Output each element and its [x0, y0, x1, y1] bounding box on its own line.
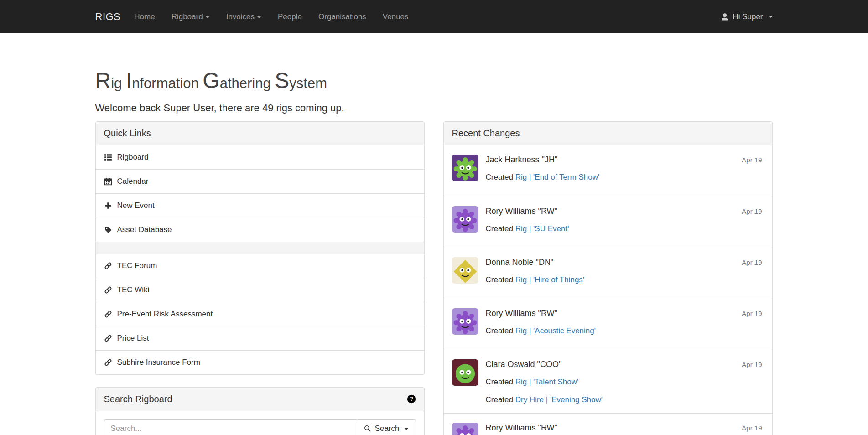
change-link[interactable]: Dry Hire | 'Evening Show'	[515, 395, 603, 404]
nav-link[interactable]: Venues	[374, 0, 417, 33]
search-icon	[364, 425, 371, 432]
nav-item: People	[270, 0, 310, 33]
avatar	[452, 359, 478, 386]
help-icon[interactable]: ?	[407, 394, 416, 404]
change-action: Created	[486, 275, 515, 284]
change-line: Created Dry Hire | 'Evening Show'	[486, 395, 762, 405]
chevron-down-icon	[257, 16, 261, 18]
link-icon	[104, 334, 112, 342]
change-action: Created	[486, 173, 515, 181]
link-icon	[104, 286, 112, 294]
change-action: Created	[486, 378, 515, 386]
quick-link-external[interactable]: Pre-Event Risk Assessment	[96, 302, 424, 326]
change-date: Apr 19	[742, 310, 762, 317]
change-line: Created Rig | 'SU Event'	[486, 224, 762, 234]
quick-link-asset-database[interactable]: Asset Database	[96, 218, 424, 242]
nav-link[interactable]: Organisations	[310, 0, 374, 33]
search-button-label: Search	[375, 424, 400, 433]
person-name: Rory Williams "RW"	[486, 206, 557, 216]
svg-text:?: ?	[410, 396, 413, 403]
recent-change-item: Jack Harkness "JH" Apr 19 Created Rig | …	[444, 145, 772, 197]
chevron-down-icon	[205, 16, 210, 18]
quick-links-list: Rigboard Calend	[96, 145, 424, 374]
avatar	[452, 308, 478, 335]
link-icon	[104, 310, 112, 318]
page-title: Rig Information Gathering System	[95, 69, 773, 93]
change-date: Apr 19	[742, 156, 762, 164]
change-link[interactable]: Rig | 'Talent Show'	[515, 378, 578, 386]
list-icon	[104, 153, 112, 161]
recent-changes-list: Jack Harkness "JH" Apr 19 Created Rig | …	[444, 145, 772, 435]
nav-item: Invoices	[218, 0, 270, 33]
change-link[interactable]: Rig | 'Acoustic Evening'	[515, 326, 596, 335]
nav-link[interactable]: Rigboard	[163, 0, 218, 33]
recent-changes-panel: Recent Changes	[443, 121, 773, 435]
quick-links-panel: Quick Links Rigboard	[95, 121, 425, 375]
nav-link[interactable]: Invoices	[218, 0, 270, 33]
recent-change-item: Rory Williams "RW" Apr 19 Created Rig | …	[444, 299, 772, 350]
person-name: Rory Williams "RW"	[486, 308, 557, 318]
change-date: Apr 19	[742, 361, 762, 368]
avatar	[452, 257, 478, 284]
quick-link-new-event[interactable]: New Event	[96, 193, 424, 218]
nav-item: Home	[126, 0, 163, 33]
person-name: Jack Harkness "JH"	[486, 155, 558, 165]
nav-link[interactable]: People	[270, 0, 310, 33]
change-action: Created	[486, 395, 515, 404]
person-name: Rory Williams "RW"	[486, 423, 557, 433]
quick-link-external[interactable]: TEC Forum	[96, 254, 424, 278]
welcome-message: Welcome back Super User, there are 49 ri…	[95, 102, 773, 114]
chevron-down-icon	[769, 16, 773, 18]
brand-link[interactable]: RIGS	[95, 0, 121, 33]
change-link[interactable]: Rig | 'Hire of Things'	[515, 275, 584, 284]
search-rigboard-panel: Search Rigboard ? Se	[95, 387, 425, 435]
nav-item: Organisations	[310, 0, 374, 33]
recent-change-item: Rory Williams "RW" Apr 19 Created Rig | …	[444, 197, 772, 248]
change-line: Created Rig | 'Hire of Things'	[486, 275, 762, 285]
recent-change-item: Clara Oswald "COO" Apr 19 Created Rig | …	[444, 350, 772, 413]
quick-links-title: Quick Links	[104, 128, 151, 139]
user-menu-label: Hi Super	[733, 12, 763, 21]
avatar	[452, 155, 478, 181]
change-date: Apr 19	[742, 259, 762, 266]
navbar: RIGS Home Rigboard Invoices People	[0, 0, 868, 33]
recent-changes-title: Recent Changes	[452, 128, 520, 139]
tag-icon	[104, 226, 112, 234]
change-action: Created	[486, 224, 515, 233]
change-link[interactable]: Rig | 'SU Event'	[515, 224, 569, 233]
person-name: Clara Oswald "COO"	[486, 359, 562, 369]
search-panel-title: Search Rigboard	[104, 394, 172, 404]
user-icon	[720, 12, 729, 21]
change-date: Apr 19	[742, 207, 762, 215]
change-line: Created Rig | 'Acoustic Evening'	[486, 326, 762, 336]
quick-link-external[interactable]: TEC Wiki	[96, 278, 424, 302]
quick-links-separator	[96, 242, 424, 254]
quick-link-external[interactable]: Subhire Insurance Form	[96, 350, 424, 374]
change-link[interactable]: Rig | 'End of Term Show'	[515, 173, 599, 181]
recent-change-item: Donna Noble "DN" Apr 19 Created Rig | 'H…	[444, 248, 772, 299]
chevron-down-icon	[404, 428, 409, 430]
change-date: Apr 19	[742, 424, 762, 432]
user-menu[interactable]: Hi Super	[720, 0, 773, 33]
link-icon	[104, 358, 112, 367]
main-nav: Home Rigboard Invoices People Organisati…	[126, 0, 416, 33]
quick-link-calendar[interactable]: Calendar	[96, 169, 424, 193]
nav-item: Rigboard	[163, 0, 218, 33]
change-line: Created Rig | 'Talent Show'	[486, 377, 762, 387]
avatar	[452, 423, 478, 435]
person-name: Donna Noble "DN"	[486, 257, 554, 267]
quick-link-rigboard[interactable]: Rigboard	[96, 145, 424, 169]
search-button[interactable]: Search	[357, 419, 416, 435]
calendar-icon	[104, 177, 112, 186]
change-line: Created Rig | 'End of Term Show'	[486, 172, 762, 182]
search-input[interactable]	[104, 419, 357, 435]
recent-change-item: Rory Williams "RW" Apr 19	[444, 413, 772, 435]
link-icon	[104, 262, 112, 270]
plus-icon	[104, 202, 112, 210]
change-action: Created	[486, 326, 515, 335]
nav-link[interactable]: Home	[126, 0, 163, 33]
avatar	[452, 206, 478, 233]
nav-item: Venues	[374, 0, 417, 33]
quick-link-external[interactable]: Price List	[96, 326, 424, 350]
